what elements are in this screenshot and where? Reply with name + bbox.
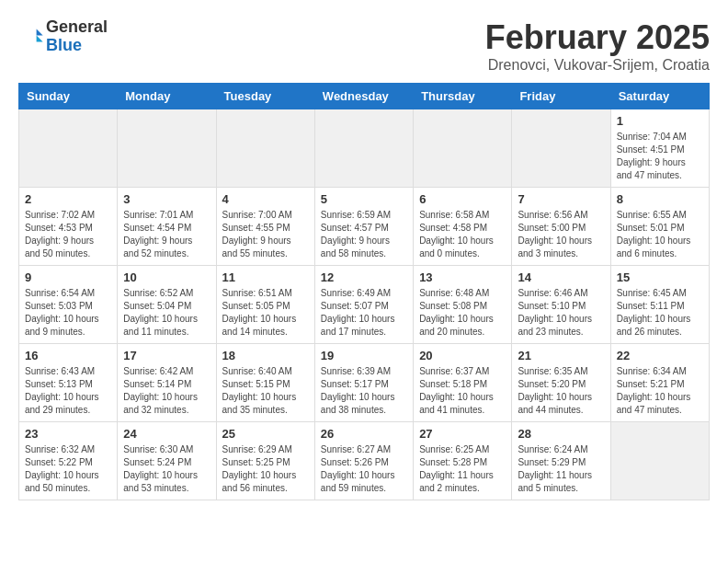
day-info: Sunrise: 7:01 AM Sunset: 4:54 PM Dayligh… xyxy=(123,209,210,260)
day-info: Sunrise: 6:34 AM Sunset: 5:21 PM Dayligh… xyxy=(617,365,703,417)
day-info: Sunrise: 6:45 AM Sunset: 5:11 PM Dayligh… xyxy=(617,287,703,339)
day-number: 23 xyxy=(25,427,111,441)
day-info: Sunrise: 6:48 AM Sunset: 5:08 PM Dayligh… xyxy=(419,287,506,339)
calendar-table: SundayMondayTuesdayWednesdayThursdayFrid… xyxy=(18,83,710,500)
calendar-cell: 27Sunrise: 6:25 AM Sunset: 5:28 PM Dayli… xyxy=(414,422,512,500)
day-header-saturday: Saturday xyxy=(610,84,709,109)
day-number: 18 xyxy=(222,349,309,362)
calendar-cell: 18Sunrise: 6:40 AM Sunset: 5:15 PM Dayli… xyxy=(216,344,314,422)
day-info: Sunrise: 6:30 AM Sunset: 5:24 PM Dayligh… xyxy=(123,443,210,495)
location-title: Drenovci, Vukovar-Srijem, Croatia xyxy=(485,57,710,74)
day-number: 12 xyxy=(321,270,407,284)
day-header-tuesday: Tuesday xyxy=(216,84,314,109)
day-number: 25 xyxy=(222,427,309,441)
day-header-thursday: Thursday xyxy=(414,84,512,109)
calendar-cell xyxy=(610,422,709,500)
day-number: 11 xyxy=(222,270,309,284)
svg-rect-0 xyxy=(18,24,44,50)
day-info: Sunrise: 6:58 AM Sunset: 4:58 PM Dayligh… xyxy=(419,209,506,260)
day-number: 9 xyxy=(25,270,111,284)
calendar-cell: 20Sunrise: 6:37 AM Sunset: 5:18 PM Dayli… xyxy=(414,344,512,422)
day-number: 20 xyxy=(419,349,506,362)
day-number: 2 xyxy=(25,192,111,206)
day-number: 1 xyxy=(617,114,703,128)
calendar-cell: 22Sunrise: 6:34 AM Sunset: 5:21 PM Dayli… xyxy=(610,344,709,422)
day-number: 7 xyxy=(518,192,604,206)
calendar-cell: 23Sunrise: 6:32 AM Sunset: 5:22 PM Dayli… xyxy=(19,422,118,500)
day-info: Sunrise: 6:32 AM Sunset: 5:22 PM Dayligh… xyxy=(25,443,111,495)
calendar-cell: 26Sunrise: 6:27 AM Sunset: 5:26 PM Dayli… xyxy=(314,422,413,500)
day-info: Sunrise: 6:35 AM Sunset: 5:20 PM Dayligh… xyxy=(518,365,604,417)
logo: General Blue xyxy=(18,18,108,55)
day-number: 22 xyxy=(617,349,703,362)
calendar-cell: 13Sunrise: 6:48 AM Sunset: 5:08 PM Dayli… xyxy=(414,266,512,344)
day-number: 3 xyxy=(123,192,210,206)
day-info: Sunrise: 6:55 AM Sunset: 5:01 PM Dayligh… xyxy=(617,209,703,260)
calendar-cell: 6Sunrise: 6:58 AM Sunset: 4:58 PM Daylig… xyxy=(414,188,512,266)
day-number: 6 xyxy=(419,192,506,206)
calendar-cell: 2Sunrise: 7:02 AM Sunset: 4:53 PM Daylig… xyxy=(19,188,118,266)
day-info: Sunrise: 6:56 AM Sunset: 5:00 PM Dayligh… xyxy=(518,209,604,260)
day-number: 17 xyxy=(123,349,210,362)
calendar-cell: 12Sunrise: 6:49 AM Sunset: 5:07 PM Dayli… xyxy=(314,266,413,344)
calendar-cell: 28Sunrise: 6:24 AM Sunset: 5:29 PM Dayli… xyxy=(512,422,610,500)
day-header-monday: Monday xyxy=(118,84,216,109)
day-info: Sunrise: 6:54 AM Sunset: 5:03 PM Dayligh… xyxy=(25,287,111,339)
header: General Blue February 2025 Drenovci, Vuk… xyxy=(18,18,710,74)
day-info: Sunrise: 6:37 AM Sunset: 5:18 PM Dayligh… xyxy=(419,365,506,417)
day-number: 13 xyxy=(419,270,506,284)
day-header-sunday: Sunday xyxy=(19,84,118,109)
calendar-cell xyxy=(414,109,512,188)
calendar-cell xyxy=(314,109,413,188)
logo-icon xyxy=(18,24,44,50)
calendar-cell: 5Sunrise: 6:59 AM Sunset: 4:57 PM Daylig… xyxy=(314,188,413,266)
calendar-cell: 7Sunrise: 6:56 AM Sunset: 5:00 PM Daylig… xyxy=(512,188,610,266)
day-number: 14 xyxy=(518,270,604,284)
day-number: 16 xyxy=(25,349,111,362)
day-number: 28 xyxy=(518,427,604,441)
day-info: Sunrise: 6:40 AM Sunset: 5:15 PM Dayligh… xyxy=(222,365,309,417)
calendar-cell: 9Sunrise: 6:54 AM Sunset: 5:03 PM Daylig… xyxy=(19,266,118,344)
day-info: Sunrise: 7:04 AM Sunset: 4:51 PM Dayligh… xyxy=(617,131,703,182)
calendar-week-1: 2Sunrise: 7:02 AM Sunset: 4:53 PM Daylig… xyxy=(19,188,710,266)
svg-marker-2 xyxy=(37,35,43,41)
calendar-cell: 4Sunrise: 7:00 AM Sunset: 4:55 PM Daylig… xyxy=(216,188,314,266)
day-info: Sunrise: 6:42 AM Sunset: 5:14 PM Dayligh… xyxy=(123,365,210,417)
calendar-cell: 8Sunrise: 6:55 AM Sunset: 5:01 PM Daylig… xyxy=(610,188,709,266)
month-title: February 2025 xyxy=(485,18,710,57)
day-number: 5 xyxy=(321,192,407,206)
day-number: 27 xyxy=(419,427,506,441)
day-number: 15 xyxy=(617,270,703,284)
calendar-cell: 14Sunrise: 6:46 AM Sunset: 5:10 PM Dayli… xyxy=(512,266,610,344)
day-info: Sunrise: 6:46 AM Sunset: 5:10 PM Dayligh… xyxy=(518,287,604,339)
day-header-friday: Friday xyxy=(512,84,610,109)
day-info: Sunrise: 6:59 AM Sunset: 4:57 PM Dayligh… xyxy=(321,209,407,260)
calendar-cell: 17Sunrise: 6:42 AM Sunset: 5:14 PM Dayli… xyxy=(118,344,216,422)
day-info: Sunrise: 6:52 AM Sunset: 5:04 PM Dayligh… xyxy=(123,287,210,339)
calendar-cell: 15Sunrise: 6:45 AM Sunset: 5:11 PM Dayli… xyxy=(610,266,709,344)
day-info: Sunrise: 6:49 AM Sunset: 5:07 PM Dayligh… xyxy=(321,287,407,339)
day-number: 8 xyxy=(617,192,703,206)
day-number: 19 xyxy=(321,349,407,362)
title-area: February 2025 Drenovci, Vukovar-Srijem, … xyxy=(485,18,710,74)
calendar-cell xyxy=(512,109,610,188)
day-info: Sunrise: 7:02 AM Sunset: 4:53 PM Dayligh… xyxy=(25,209,111,260)
day-number: 21 xyxy=(518,349,604,362)
calendar-cell: 3Sunrise: 7:01 AM Sunset: 4:54 PM Daylig… xyxy=(118,188,216,266)
day-info: Sunrise: 6:29 AM Sunset: 5:25 PM Dayligh… xyxy=(222,443,309,495)
calendar-cell: 21Sunrise: 6:35 AM Sunset: 5:20 PM Dayli… xyxy=(512,344,610,422)
calendar-cell xyxy=(118,109,216,188)
calendar-cell: 11Sunrise: 6:51 AM Sunset: 5:05 PM Dayli… xyxy=(216,266,314,344)
calendar-week-4: 23Sunrise: 6:32 AM Sunset: 5:22 PM Dayli… xyxy=(19,422,710,500)
day-number: 4 xyxy=(222,192,309,206)
calendar-cell: 16Sunrise: 6:43 AM Sunset: 5:13 PM Dayli… xyxy=(19,344,118,422)
calendar-cell: 1Sunrise: 7:04 AM Sunset: 4:51 PM Daylig… xyxy=(610,109,709,188)
day-info: Sunrise: 6:24 AM Sunset: 5:29 PM Dayligh… xyxy=(518,443,604,495)
day-number: 10 xyxy=(123,270,210,284)
day-info: Sunrise: 6:39 AM Sunset: 5:17 PM Dayligh… xyxy=(321,365,407,417)
calendar-week-2: 9Sunrise: 6:54 AM Sunset: 5:03 PM Daylig… xyxy=(19,266,710,344)
calendar-week-3: 16Sunrise: 6:43 AM Sunset: 5:13 PM Dayli… xyxy=(19,344,710,422)
day-info: Sunrise: 7:00 AM Sunset: 4:55 PM Dayligh… xyxy=(222,209,309,260)
calendar-cell xyxy=(19,109,118,188)
day-header-wednesday: Wednesday xyxy=(314,84,413,109)
